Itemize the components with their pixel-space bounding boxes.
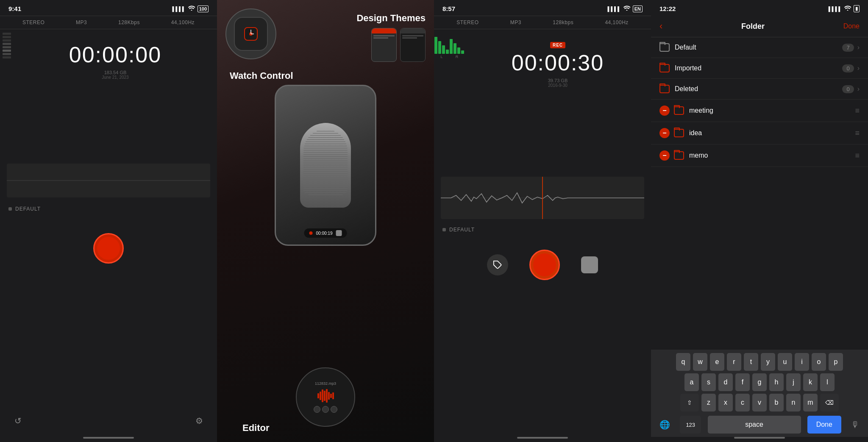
folder-item-meeting[interactable]: − meeting ≡ [651, 100, 868, 122]
key-z[interactable]: z [701, 394, 716, 411]
folder-chevron-imported: › [857, 64, 860, 72]
key-o[interactable]: o [812, 353, 826, 371]
screen-3-recording-active: 8:57 ▌▌▌▌ EN STEREO MP3 128kbps 44,100Hz… [434, 0, 651, 442]
key-q[interactable]: q [676, 353, 690, 371]
folder-chevron-deleted: › [857, 85, 860, 93]
record-btn-inner-1 [97, 237, 120, 260]
key-f[interactable]: f [735, 373, 750, 391]
key-space[interactable]: space [708, 416, 801, 434]
home-indicator-4 [734, 437, 785, 439]
rec-badge: REC [550, 42, 565, 48]
key-k[interactable]: k [803, 373, 818, 391]
stop-button-3[interactable] [581, 256, 598, 273]
minus-btn-meeting[interactable]: − [659, 106, 670, 116]
folder-item-default[interactable]: Default 7 › [651, 37, 868, 58]
key-123[interactable]: 123 [680, 416, 701, 434]
wifi-icon [188, 6, 195, 12]
promo-top-row: Design Themes [217, 0, 434, 70]
key-m[interactable]: m [803, 394, 818, 411]
key-r[interactable]: r [727, 353, 741, 371]
key-done[interactable]: Done [807, 416, 841, 434]
signal-icon: ▌▌▌▌ [172, 6, 185, 11]
key-j[interactable]: j [786, 373, 801, 391]
folder-name-deleted: Deleted [675, 85, 842, 93]
key-h[interactable]: h [769, 373, 784, 391]
rec-row: REC [550, 42, 565, 48]
key-t[interactable]: t [744, 353, 758, 371]
key-v[interactable]: v [752, 394, 767, 411]
storage-info-3: 39.73 GB [548, 78, 568, 83]
key-u[interactable]: u [778, 353, 792, 371]
key-n[interactable]: n [786, 394, 801, 411]
folder-label-1[interactable]: DEFAULT [0, 202, 217, 216]
settings-button-1[interactable]: ⚙ [192, 413, 207, 428]
format-bar-1: STEREO MP3 128Kbps 44,100Hz [0, 16, 217, 29]
mic-body [300, 123, 351, 208]
folder-list-4: Default 7 › Imported 0 › Deleted 0 › − m… [651, 37, 868, 350]
key-x[interactable]: x [718, 394, 733, 411]
format-codec-3: MP3 [510, 19, 521, 25]
key-l[interactable]: l [820, 373, 835, 391]
time-display-3: 8:57 [442, 5, 455, 12]
key-g[interactable]: g [752, 373, 767, 391]
timer-section-1: 00:00:00 183.54 GB June 21, 2023 [14, 29, 217, 159]
recording-area-1: 00:00:00 183.54 GB June 21, 2023 [0, 29, 217, 159]
folder-item-deleted[interactable]: Deleted 0 › [651, 79, 868, 100]
folder-item-memo[interactable]: − memo ≡ [651, 145, 868, 167]
editor-label: Editor [242, 423, 270, 433]
record-button-1[interactable] [93, 233, 124, 264]
key-i[interactable]: i [795, 353, 809, 371]
key-shift[interactable]: ⇧ [680, 394, 699, 411]
nav-title-4: Folder [741, 22, 765, 31]
key-e[interactable]: e [710, 353, 724, 371]
reset-button-1[interactable]: ↺ [10, 413, 25, 428]
format-samplerate-1: 44,100Hz [171, 19, 195, 25]
key-delete[interactable]: ⌫ [820, 394, 839, 411]
key-a[interactable]: a [684, 373, 699, 391]
folder-icon-idea [674, 129, 684, 137]
key-p[interactable]: p [829, 353, 843, 371]
key-c[interactable]: c [735, 394, 750, 411]
drag-handle-idea[interactable]: ≡ [855, 129, 860, 138]
back-button-4[interactable]: ‹ [659, 21, 662, 32]
waveform-1 [7, 164, 210, 197]
folder-name-3: DEFAULT [449, 227, 475, 233]
record-button-3[interactable] [529, 250, 560, 280]
keyboard-row-1: q w e r t y u i o p [653, 353, 866, 371]
key-b[interactable]: b [769, 394, 784, 411]
drag-handle-meeting[interactable]: ≡ [855, 106, 860, 115]
drag-handle-memo[interactable]: ≡ [855, 151, 860, 160]
nav-bar-4: ‹ Folder Done [651, 16, 868, 37]
promo-content: Design Themes [217, 0, 434, 442]
stop-icon [336, 230, 342, 236]
key-y[interactable]: y [761, 353, 775, 371]
tag-button-3[interactable] [487, 254, 508, 275]
key-w[interactable]: w [693, 353, 707, 371]
status-bar-4: 12:22 ▌▌▌▌ ▮ [651, 0, 868, 16]
folder-item-idea[interactable]: − idea ≡ [651, 122, 868, 145]
format-codec-1: MP3 [76, 19, 87, 25]
minus-btn-idea[interactable]: − [659, 128, 670, 138]
level-bars-right: R [449, 29, 465, 173]
watch-control-label: Watch Control [230, 70, 293, 81]
phone-mockup-container: 00:00:19 112832.mp3 [217, 85, 434, 423]
level-bars-left: L [434, 29, 449, 173]
home-indicator-1 [83, 437, 134, 439]
globe-icon-key[interactable]: 🌐 [656, 416, 673, 433]
status-icons-4: ▌▌▌▌ ▮ [829, 5, 860, 12]
folder-item-imported[interactable]: Imported 0 › [651, 58, 868, 79]
folder-count-imported: 0 [842, 64, 854, 72]
mic-icon-key[interactable]: 🎙 [848, 417, 863, 433]
done-button-4[interactable]: Done [843, 22, 860, 30]
editor-preview-circle: 112832.mp3 [296, 367, 355, 427]
mic-grille [303, 129, 348, 195]
folder-label-3[interactable]: DEFAULT [434, 222, 651, 237]
timer-3: 00:00:30 [512, 50, 604, 75]
minus-btn-memo[interactable]: − [659, 150, 670, 161]
wifi-icon-4 [844, 6, 851, 12]
key-d[interactable]: d [718, 373, 733, 391]
record-btn-inner-3 [533, 253, 556, 276]
wifi-icon-3 [623, 6, 630, 12]
folder-icon-meeting [674, 106, 684, 115]
key-s[interactable]: s [701, 373, 716, 391]
